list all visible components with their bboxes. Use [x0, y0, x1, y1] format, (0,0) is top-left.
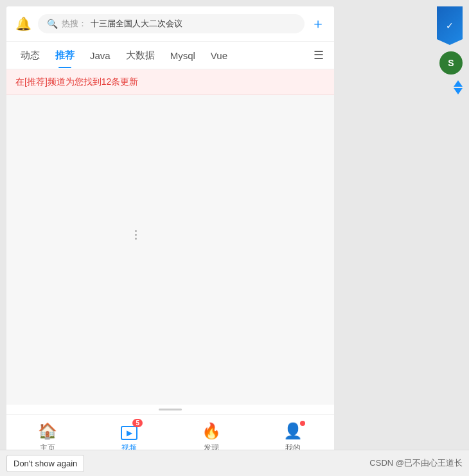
discover-icon: 🔥 [202, 422, 221, 440]
tab-tuijian[interactable]: 推荐 [48, 43, 82, 68]
search-bar[interactable]: 🔍 热搜： 十三届全国人大二次会议 [38, 14, 305, 33]
tab-mysql[interactable]: Mysql [163, 44, 203, 67]
resize-dot-1 [135, 230, 137, 232]
resize-dot-3 [135, 238, 137, 240]
content-area [6, 95, 334, 405]
tab-dongtai[interactable]: 动态 [13, 43, 48, 68]
bell-icon[interactable]: 🔔 [15, 16, 31, 31]
arrow-controls [454, 80, 463, 94]
arrow-up-icon[interactable] [454, 80, 463, 87]
bottom-nav-home[interactable]: 🏠 主页 [28, 422, 67, 454]
app-container: 🔔 🔍 热搜： 十三届全国人大二次会议 ＋ 动态 推荐 Java 大数据 Mys… [6, 6, 334, 463]
video-badge: 5 [132, 419, 143, 427]
tab-dashuju[interactable]: 大数据 [118, 43, 163, 68]
notification-text: 在[推荐]频道为您找到12条更新 [15, 76, 138, 87]
avatar-letter: S [448, 58, 454, 68]
drag-handle[interactable] [6, 405, 334, 414]
notification-banner: 在[推荐]频道为您找到12条更新 [6, 69, 334, 95]
mine-dot-badge [300, 421, 305, 426]
hot-label: 热搜： [62, 18, 87, 30]
check-icon: ✓ [446, 21, 454, 31]
video-icon: ▶ 5 [121, 421, 137, 440]
nav-tabs: 动态 推荐 Java 大数据 Mysql Vue ☰ [6, 42, 334, 69]
mine-icon: 👤 [283, 422, 303, 440]
arrow-down-icon[interactable] [454, 88, 463, 94]
bottom-nav-discover[interactable]: 🔥 发现 [192, 422, 231, 454]
dont-show-button[interactable]: Don't show again [6, 455, 84, 472]
resize-dot-2 [135, 234, 137, 236]
home-icon: 🏠 [38, 422, 57, 440]
user-avatar-circle[interactable]: S [439, 51, 463, 75]
header: 🔔 🔍 热搜： 十三届全国人大二次会议 ＋ [6, 6, 334, 42]
right-panel: ✓ S [341, 6, 469, 463]
drag-bar [159, 409, 182, 410]
tab-vue[interactable]: Vue [203, 44, 235, 67]
top-right-badge: ✓ [437, 6, 463, 45]
bottom-nav-video[interactable]: ▶ 5 视频 [110, 421, 148, 454]
nav-more-icon[interactable]: ☰ [310, 42, 328, 69]
resize-handle[interactable] [134, 218, 137, 251]
bottom-nav-mine[interactable]: 👤 我的 [274, 422, 312, 454]
tab-java[interactable]: Java [82, 44, 118, 67]
add-icon[interactable]: ＋ [311, 14, 325, 33]
csdn-credit: CSDN @已不由心王道长 [369, 457, 463, 469]
search-text: 十三届全国人大二次会议 [91, 18, 182, 30]
bottom-bar: Don't show again CSDN @已不由心王道长 [0, 450, 469, 476]
search-icon: 🔍 [47, 19, 58, 29]
